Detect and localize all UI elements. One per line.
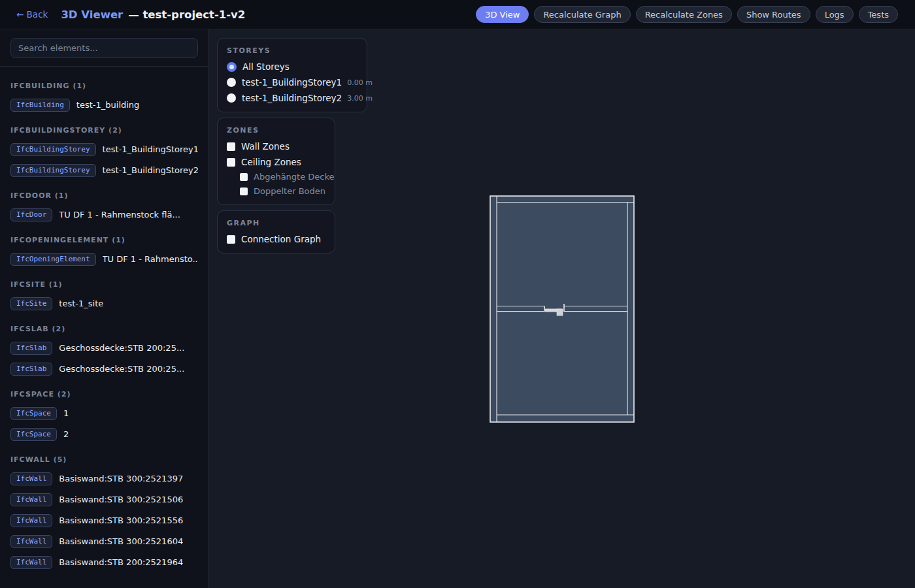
graph-panel: GRAPH Connection Graph xyxy=(217,210,335,253)
back-link[interactable]: ← Back xyxy=(16,9,48,20)
graph-option-connection-graph[interactable]: Connection Graph xyxy=(227,234,325,244)
logs-button[interactable]: Logs xyxy=(816,6,854,23)
recalculate-graph-button[interactable]: Recalculate Graph xyxy=(534,6,630,23)
zones-panel-header: ZONES xyxy=(227,126,325,135)
zone-option-label: Abgehängte Decke xyxy=(254,172,335,182)
list-item[interactable]: IfcSlab Geschossdecke:STB 200:25... xyxy=(10,342,198,354)
tests-button[interactable]: Tests xyxy=(859,6,898,23)
element-name: Basiswand:STB 300:2521397 xyxy=(59,474,183,483)
section-header-ifcspace: IFCSPACE (2) xyxy=(10,390,198,399)
ifc-type-badge: IfcSpace xyxy=(10,428,57,441)
section-header-ifcdoor: IFCDOOR (1) xyxy=(10,191,198,200)
element-sections: IFCBUILDING (1) IfcBuilding test-1_build… xyxy=(0,82,208,581)
checkbox-icon[interactable] xyxy=(240,173,248,181)
element-name: Geschossdecke:STB 200:25... xyxy=(59,364,184,374)
view-3d-button[interactable]: 3D View xyxy=(476,6,529,23)
list-item[interactable]: IfcWall Basiswand:STB 300:2521604 xyxy=(10,535,198,547)
ifc-type-badge: IfcSlab xyxy=(10,363,52,376)
ifc-type-badge: IfcSite xyxy=(10,297,52,310)
list-item[interactable]: IfcSlab Geschossdecke:STB 200:25... xyxy=(10,363,198,375)
list-item[interactable]: IfcSite test-1_site xyxy=(10,297,198,310)
storeys-panel-header: STOREYS xyxy=(227,46,358,55)
element-name: test-1_BuildingStorey1 xyxy=(103,144,198,154)
zone-option-label: Ceiling Zones xyxy=(241,157,301,167)
zone-option-abgehaengte-decke[interactable]: Abgehängte Decke xyxy=(240,172,325,182)
ifc-type-badge: IfcDoor xyxy=(10,208,52,221)
list-item[interactable]: IfcBuilding test-1_building xyxy=(10,99,198,111)
list-item[interactable]: IfcWall Basiswand:STB 300:2521397 xyxy=(10,472,198,485)
ifc-type-badge: IfcWall xyxy=(10,493,52,506)
section-header-ifcbuildingstorey: IFCBUILDINGSTOREY (2) xyxy=(10,126,198,135)
building-floorplan[interactable] xyxy=(484,189,640,429)
zone-option-doppelter-boden[interactable]: Doppelter Boden xyxy=(240,186,325,196)
list-item[interactable]: IfcSpace 2 xyxy=(10,428,198,440)
recalculate-zones-button[interactable]: Recalculate Zones xyxy=(636,6,732,23)
radio-icon[interactable] xyxy=(227,93,236,103)
storey-elevation: 0.00 m xyxy=(347,78,373,87)
viewer-panels: STOREYS All Storeys test-1_BuildingStore… xyxy=(217,38,367,253)
ifc-type-badge: IfcWall xyxy=(10,556,52,569)
storey-option-label: test-1_BuildingStorey2 xyxy=(242,93,342,103)
list-item[interactable]: IfcWall Basiswand:STB 300:2521506 xyxy=(10,493,198,506)
storeys-panel: STOREYS All Storeys test-1_BuildingStore… xyxy=(217,38,367,112)
storey-option-label: All Storeys xyxy=(242,61,290,72)
storey-elevation: 3.00 m xyxy=(347,94,373,103)
storey-option-all[interactable]: All Storeys xyxy=(227,61,358,72)
list-item[interactable]: IfcWall Basiswand:STB 200:2521964 xyxy=(10,556,198,568)
list-item[interactable]: IfcBuildingStorey test-1_BuildingStorey1 xyxy=(10,143,198,155)
storey-option-2[interactable]: test-1_BuildingStorey2 3.00 m xyxy=(227,93,358,103)
element-name: TU DF 1 - Rahmenstock flä... xyxy=(59,210,180,220)
door-swing-marker xyxy=(557,309,563,316)
radio-icon[interactable] xyxy=(227,78,236,87)
element-name: Basiswand:STB 300:2521556 xyxy=(59,515,183,525)
ifc-type-badge: IfcSlab xyxy=(10,342,52,355)
search-container xyxy=(0,29,208,67)
ifc-type-badge: IfcBuilding xyxy=(10,99,70,112)
zone-option-ceiling-zones[interactable]: Ceiling Zones xyxy=(227,157,325,167)
zone-option-label: Wall Zones xyxy=(241,141,290,152)
element-name: test-1_building xyxy=(76,100,140,110)
storey-option-label: test-1_BuildingStorey1 xyxy=(242,77,342,88)
ifc-type-badge: IfcWall xyxy=(10,535,52,548)
zone-option-wall-zones[interactable]: Wall Zones xyxy=(227,141,325,152)
section-header-ifcopeningelement: IFCOPENINGELEMENT (1) xyxy=(10,236,198,244)
checkbox-icon[interactable] xyxy=(227,235,235,244)
viewer-3d-canvas[interactable]: STOREYS All Storeys test-1_BuildingStore… xyxy=(209,29,915,588)
list-item[interactable]: IfcDoor TU DF 1 - Rahmenstock flä... xyxy=(10,208,198,221)
element-name: Basiswand:STB 300:2521506 xyxy=(59,495,183,504)
element-name: Basiswand:STB 200:2521964 xyxy=(59,557,183,567)
list-item[interactable]: IfcOpeningElement TU DF 1 - Rahmensto... xyxy=(10,253,198,265)
topbar: ← Back 3D Viewer — test-project-1-v2 3D … xyxy=(0,0,915,29)
element-name: test-1_site xyxy=(59,299,103,308)
ifc-type-badge: IfcBuildingStorey xyxy=(10,143,96,156)
ifc-type-badge: IfcBuildingStorey xyxy=(10,164,96,177)
ifc-type-badge: IfcWall xyxy=(10,472,52,485)
show-routes-button[interactable]: Show Routes xyxy=(737,6,810,23)
ifc-type-badge: IfcOpeningElement xyxy=(10,253,96,266)
element-name: test-1_BuildingStorey2 xyxy=(103,165,198,175)
graph-panel-header: GRAPH xyxy=(227,219,325,227)
element-name: Basiswand:STB 300:2521604 xyxy=(59,536,183,546)
checkbox-icon[interactable] xyxy=(227,142,235,151)
checkbox-icon[interactable] xyxy=(227,158,235,167)
page-title: 3D Viewer xyxy=(61,8,123,21)
project-name: — test-project-1-v2 xyxy=(128,8,245,21)
section-header-ifcsite: IFCSITE (1) xyxy=(10,280,198,289)
checkbox-icon[interactable] xyxy=(240,188,248,195)
section-header-ifcbuilding: IFCBUILDING (1) xyxy=(10,82,198,90)
zones-panel: ZONES Wall Zones Ceiling Zones Abgehängt… xyxy=(217,118,335,205)
element-sidebar: IFCBUILDING (1) IfcBuilding test-1_build… xyxy=(0,29,209,588)
element-name: Geschossdecke:STB 200:25... xyxy=(59,343,184,353)
list-item[interactable]: IfcSpace 1 xyxy=(10,407,198,419)
element-name: 1 xyxy=(63,408,69,418)
ifc-type-badge: IfcWall xyxy=(10,514,52,527)
search-input[interactable] xyxy=(10,38,198,58)
list-item[interactable]: IfcWall Basiswand:STB 300:2521556 xyxy=(10,514,198,527)
element-name: TU DF 1 - Rahmensto... xyxy=(103,254,198,264)
topbar-buttons: 3D View Recalculate Graph Recalculate Zo… xyxy=(476,6,898,23)
storey-option-1[interactable]: test-1_BuildingStorey1 0.00 m xyxy=(227,77,358,88)
graph-option-label: Connection Graph xyxy=(241,234,321,244)
list-item[interactable]: IfcBuildingStorey test-1_BuildingStorey2 xyxy=(10,164,198,176)
radio-icon[interactable] xyxy=(227,62,237,72)
element-name: 2 xyxy=(63,429,69,439)
